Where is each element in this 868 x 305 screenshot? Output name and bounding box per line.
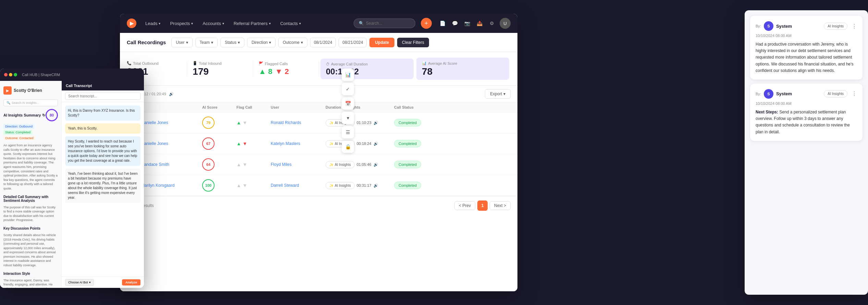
filter-bar: Call Recordings User ▾ Team ▾ Status ▾ D… bbox=[120, 33, 517, 52]
status-filter[interactable]: Status ▾ bbox=[220, 38, 244, 47]
transcript-search-input[interactable] bbox=[65, 93, 140, 100]
outcome-filter[interactable]: Outcome ▾ bbox=[278, 38, 307, 47]
analyze-button[interactable]: Analyze bbox=[122, 279, 140, 285]
nav-item-prospects[interactable]: Prospects ▾ bbox=[167, 19, 196, 28]
section-title-summary: Detailed Call Summary with Sentiment Ana… bbox=[3, 195, 58, 203]
team-filter[interactable]: Team ▾ bbox=[195, 38, 218, 47]
flag-up-icon[interactable]: ▲ bbox=[236, 183, 241, 188]
chevron-down-icon: ▾ bbox=[191, 22, 193, 25]
maximize-window-button[interactable] bbox=[14, 73, 17, 76]
nav-item-leads[interactable]: Leads ▾ bbox=[142, 19, 164, 28]
direction-tag: Direction: Outbound bbox=[3, 124, 34, 129]
checkmark-icon[interactable]: ✓ bbox=[342, 83, 354, 95]
table-row: MK Marilyn Korsgaard 100 ▲ ▼ Darrell Ste… bbox=[120, 175, 517, 196]
tag-row: Direction: Outbound Status: Completed Ou… bbox=[3, 124, 58, 141]
settings-icon[interactable]: ⚙ bbox=[487, 18, 497, 28]
flag-up-icon[interactable]: ▲ bbox=[236, 162, 241, 167]
prev-page-button[interactable]: < Prev bbox=[454, 201, 475, 210]
contact-name[interactable]: Danielle Jones bbox=[141, 141, 168, 146]
camera-icon[interactable]: 📷 bbox=[462, 18, 472, 28]
contact-name[interactable]: Danielle Jones bbox=[141, 120, 168, 125]
lock-icon[interactable]: 🔒 bbox=[342, 141, 354, 153]
nav-item-referral[interactable]: Referral Partners ▾ bbox=[230, 19, 274, 28]
agent-header: ▶ Scotty O'Brien bbox=[3, 84, 58, 97]
phone-in-icon: 📱 bbox=[193, 61, 197, 65]
clear-filters-button[interactable]: Clear Filters bbox=[397, 38, 429, 47]
transcript-search bbox=[62, 90, 144, 102]
update-button[interactable]: Update bbox=[369, 38, 394, 47]
chevron-down-icon[interactable]: ▾ bbox=[342, 112, 354, 124]
user-link[interactable]: Darrell Steward bbox=[271, 183, 299, 188]
flag-down-icon[interactable]: ▼ bbox=[243, 141, 247, 146]
flag-up-icon[interactable]: ▲ bbox=[236, 141, 241, 146]
audio-icon[interactable]: 🔊 bbox=[374, 121, 378, 125]
chat-icon[interactable]: 💬 bbox=[450, 18, 460, 28]
contact-name[interactable]: Candace Smith bbox=[141, 162, 169, 167]
more-options-button[interactable]: ⋮ bbox=[852, 90, 857, 97]
search-icon: 🔍 bbox=[7, 101, 10, 105]
insights-button[interactable]: ✨ AI Insights bbox=[326, 182, 355, 189]
flag-down-icon[interactable]: ▼ bbox=[243, 120, 247, 125]
flag-up-icon[interactable]: ▲ bbox=[236, 120, 241, 125]
sparkle-icon: ✨ bbox=[329, 184, 333, 187]
ai-search-bar[interactable]: 🔍 Search AI Insights... bbox=[3, 99, 58, 106]
clock-icon: ⏱ bbox=[326, 62, 330, 66]
status-tag: Status: Completed bbox=[3, 130, 32, 135]
nav-item-contacts[interactable]: Contacts ▾ bbox=[277, 19, 304, 28]
more-options-button[interactable]: ⋮ bbox=[852, 23, 857, 29]
table-header: Name AI Score Flag Call User Duration & … bbox=[120, 102, 517, 112]
choose-ai-button[interactable]: Choose AI Bot ▾ bbox=[65, 279, 94, 286]
agent-name: Scotty O'Brien bbox=[14, 88, 42, 93]
user-link[interactable]: Floyd Miles bbox=[271, 162, 292, 167]
outcome-tag: Outcome: Contacted bbox=[3, 136, 35, 141]
document-icon[interactable]: 📄 bbox=[437, 18, 448, 28]
nav-item-accounts[interactable]: Accounts ▾ bbox=[199, 19, 227, 28]
nav-bar: ▶ Leads ▾ Prospects ▾ Accounts ▾ Referra… bbox=[120, 14, 517, 33]
duration-cell: ✨ AI Insights 01:05:46 🔊 bbox=[326, 161, 394, 168]
chevron-down-icon: ▾ bbox=[301, 40, 303, 45]
insight-date: 10/10/2024 08:00 AM bbox=[756, 34, 857, 38]
flag-up-value: ▲ 8 bbox=[259, 67, 272, 76]
table-row: CS Candace Smith 64 ▲ ▼ Floyd Miles ✨ AI… bbox=[120, 154, 517, 175]
ai-insights-badge[interactable]: AI Insights bbox=[824, 23, 847, 30]
inbound-value: 179 bbox=[193, 67, 247, 76]
user-link[interactable]: Katelyn Masters bbox=[271, 141, 300, 146]
user-avatar[interactable]: U bbox=[500, 18, 511, 29]
volume-icon[interactable]: 🔊 bbox=[169, 92, 174, 96]
nav-search-container: 🔍 bbox=[354, 19, 415, 28]
contact-name[interactable]: Marilyn Korsgaard bbox=[141, 183, 174, 188]
calendar-icon[interactable]: 📅 bbox=[342, 97, 354, 110]
next-page-button[interactable]: Next > bbox=[490, 201, 511, 210]
insights-button[interactable]: ✨ AI Insights bbox=[326, 161, 355, 168]
minimize-window-button[interactable] bbox=[9, 73, 12, 76]
audio-icon[interactable]: 🔊 bbox=[374, 183, 378, 188]
section-title-interaction: Interaction Style bbox=[3, 272, 58, 276]
current-page[interactable]: 1 bbox=[477, 200, 488, 211]
user-filter[interactable]: User ▾ bbox=[171, 38, 192, 47]
flag-icon: 🚩 bbox=[259, 61, 264, 66]
refresh-icon[interactable]: ↻ bbox=[42, 113, 45, 118]
close-window-button[interactable] bbox=[4, 73, 8, 76]
upload-icon[interactable]: 📤 bbox=[474, 18, 485, 28]
flag-down-icon[interactable]: ▼ bbox=[243, 162, 247, 167]
bar-chart-icon[interactable]: 📊 bbox=[342, 69, 354, 81]
list-icon[interactable]: ☰ bbox=[342, 126, 354, 138]
user-link[interactable]: Ronald Richards bbox=[271, 120, 301, 125]
col-user: User bbox=[271, 105, 326, 109]
flag-down-icon[interactable]: ▼ bbox=[243, 183, 247, 188]
date-from-field[interactable]: 08/1/2024 bbox=[310, 38, 336, 47]
audio-icon[interactable]: 🔊 bbox=[374, 142, 378, 146]
transcript-message: Hi, this is Danny from XYZ Insurance. Is… bbox=[65, 106, 140, 121]
audio-icon[interactable]: 🔊 bbox=[374, 162, 378, 167]
search-input[interactable] bbox=[366, 21, 410, 26]
status-badge: Completed bbox=[394, 140, 421, 147]
sparkle-icon: ✨ bbox=[329, 142, 333, 146]
export-button[interactable]: Export ▾ bbox=[485, 89, 511, 99]
add-button[interactable]: + bbox=[421, 18, 432, 29]
chevron-down-icon: ▾ bbox=[269, 40, 271, 45]
direction-filter[interactable]: Direction ▾ bbox=[247, 38, 276, 47]
ai-insights-badge[interactable]: AI Insights bbox=[824, 90, 847, 97]
nav-icons: 📄 💬 📷 📤 ⚙ bbox=[437, 18, 497, 28]
sparkle-icon: ✨ bbox=[329, 163, 333, 167]
date-to-field[interactable]: 08/21/2024 bbox=[339, 38, 367, 47]
